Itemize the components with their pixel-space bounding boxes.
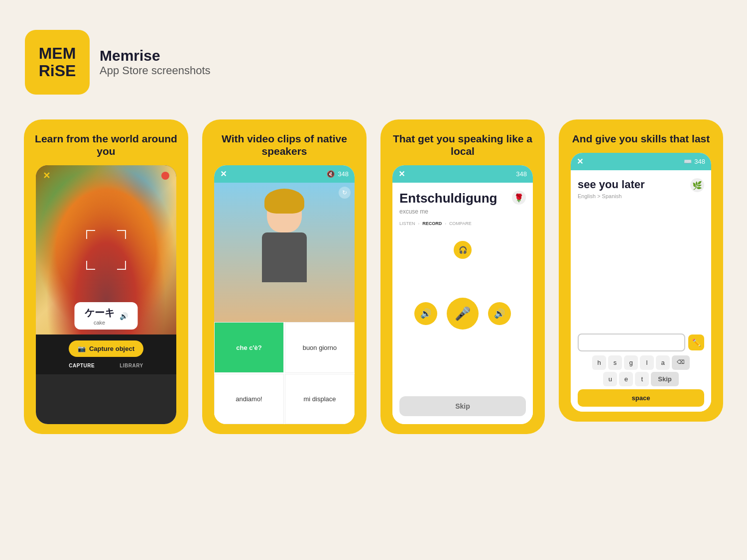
refresh-icon[interactable]: ↻	[339, 187, 351, 199]
card-speaking: That get you speaking like a local ✕ 348…	[380, 119, 545, 434]
speak-score: 348	[516, 170, 527, 178]
kb-backspace[interactable]: ⌫	[672, 355, 690, 370]
logo-text: MEM RiSE	[39, 45, 76, 80]
kb-phrase: see you later	[578, 178, 645, 191]
camera-top-bar: ✕	[36, 165, 176, 186]
kb-score-display: ⌨️ 348	[684, 158, 705, 165]
record-dot-icon	[161, 172, 169, 180]
phone-mockup-2: ✕ 🔇 348 ↻ che c'è?	[214, 165, 355, 424]
answer-grid: che c'è? buon giorno andiamo! mi displac…	[214, 322, 355, 424]
arrow-icon-1: ›	[418, 222, 420, 226]
speak-skip-button[interactable]: Skip	[399, 396, 526, 416]
kb-input-row: ✏️	[578, 334, 704, 351]
kb-key-l[interactable]: l	[640, 355, 654, 370]
speak-top-bar: ✕ 348	[392, 165, 533, 183]
kb-key-t[interactable]: t	[635, 372, 649, 386]
mute-icon[interactable]: 🔇	[327, 170, 335, 178]
crosshair-tl	[86, 230, 95, 239]
camera-crosshair	[86, 230, 126, 270]
speak-step-record[interactable]: RECORD	[422, 221, 442, 226]
phone-mockup-1: ✕ ケーキ cake	[36, 165, 176, 424]
person-body	[262, 232, 307, 282]
mic-right-bubble[interactable]: 🔊	[488, 302, 511, 325]
person-hair	[264, 189, 304, 214]
header-info: Memrise App Store screenshots	[100, 47, 211, 77]
mic-left-bubble[interactable]: 🔊	[414, 302, 437, 325]
kb-spacer	[578, 209, 704, 334]
card-learn: Learn from the world around you ✕	[24, 119, 188, 434]
camera-word-display: ケーキ cake	[85, 306, 115, 326]
card-skills-title: And give you skills that last	[572, 132, 710, 145]
capture-object-button[interactable]: 📷 Capture object	[69, 340, 143, 357]
nav-capture[interactable]: CAPTURE	[69, 363, 95, 368]
camera-english-text: cake	[85, 320, 115, 326]
speak-content: Entschuldigung excuse me 🌹 LISTEN › RECO…	[392, 183, 533, 424]
kb-direction: English > Spanish	[578, 193, 645, 199]
answer-option-3[interactable]: andiamo!	[214, 374, 284, 425]
crosshair-tr	[117, 230, 126, 239]
flower-badge: 🌹	[512, 191, 526, 205]
kb-top-bar: ✕ ⌨️ 348	[571, 153, 711, 170]
camera-japanese-text: ケーキ	[85, 307, 115, 318]
nav-library[interactable]: LIBRARY	[120, 363, 143, 368]
volume-icon[interactable]: 🔊	[120, 312, 128, 320]
kb-flower-badge: 🌿	[690, 178, 704, 192]
mic-main-button[interactable]: 🎤	[447, 298, 479, 330]
speak-steps: LISTEN › RECORD › COMPARE	[399, 221, 526, 226]
video-frame: ↻	[214, 183, 355, 322]
arrow-icon-2: ›	[445, 222, 446, 226]
video-screen: ✕ 🔇 348 ↻ che c'è?	[214, 165, 355, 424]
app-logo: MEM RiSE	[25, 30, 90, 95]
kb-text-input[interactable]	[578, 334, 685, 351]
phone-mockup-4: ✕ ⌨️ 348 see you later English > Spanish…	[571, 153, 711, 412]
kb-close-icon[interactable]: ✕	[577, 157, 583, 166]
person-silhouette	[245, 193, 324, 322]
screenshots-container: Learn from the world around you ✕	[20, 119, 727, 434]
video-top-bar: ✕ 🔇 348	[214, 165, 355, 183]
camera-nav: CAPTURE LIBRARY	[69, 363, 143, 368]
app-name: Memrise	[100, 47, 211, 64]
video-score-display: 🔇 348	[327, 170, 349, 178]
kb-key-s[interactable]: s	[608, 355, 622, 370]
kb-skip-key[interactable]: Skip	[651, 372, 678, 386]
crosshair-bl	[86, 261, 95, 270]
camera-bottom-bar: 📷 Capture object CAPTURE LIBRARY	[36, 335, 176, 374]
capture-label: Capture object	[89, 345, 134, 352]
crosshair-br	[117, 261, 126, 270]
speak-mic-area: 🎧 🔊 🎤 🔊	[399, 236, 526, 391]
kb-key-a[interactable]: a	[656, 355, 670, 370]
kb-key-e[interactable]: e	[619, 372, 633, 386]
card-learn-title: Learn from the world around you	[34, 132, 178, 157]
answer-option-4[interactable]: mi displace	[285, 374, 355, 425]
kb-key-u[interactable]: u	[603, 372, 617, 386]
video-close-icon[interactable]: ✕	[220, 169, 227, 179]
answer-option-1[interactable]: che c'è?	[214, 322, 284, 373]
camera-screen: ✕ ケーキ cake	[36, 165, 176, 424]
kb-row-1: h s g l a ⌫	[578, 355, 704, 370]
camera-icon: 📷	[78, 345, 86, 352]
speak-close-icon[interactable]: ✕	[398, 169, 405, 179]
speak-step-listen[interactable]: LISTEN	[399, 221, 415, 226]
kb-pencil-icon[interactable]: ✏️	[688, 335, 704, 350]
camera-close-icon[interactable]: ✕	[43, 170, 50, 181]
kb-score-value: 348	[694, 158, 705, 165]
speak-translation: excuse me	[399, 208, 497, 215]
answer-option-2[interactable]: buon giorno	[285, 322, 355, 373]
kb-row-2: u e t Skip	[578, 372, 704, 386]
score-value: 348	[338, 170, 349, 178]
phone-mockup-3: ✕ 348 Entschuldigung excuse me 🌹 LISTEN …	[392, 165, 533, 424]
mic-top-bubble: 🎧	[454, 241, 472, 259]
person-head	[267, 193, 302, 232]
app-header: MEM RiSE Memrise App Store screenshots	[25, 30, 727, 95]
card-skills: And give you skills that last ✕ ⌨️ 348 s…	[559, 119, 723, 422]
camera-label-box: ケーキ cake 🔊	[75, 302, 138, 330]
kb-key-g[interactable]: g	[624, 355, 638, 370]
card-speaking-title: That get you speaking like a local	[390, 132, 535, 157]
kb-content: see you later English > Spanish 🌿 ✏️ h s…	[571, 170, 711, 412]
camera-food-background: ケーキ cake 🔊	[36, 165, 176, 335]
kb-key-h[interactable]: h	[592, 355, 606, 370]
speak-step-compare[interactable]: COMPARE	[449, 221, 472, 226]
kb-space-key[interactable]: space	[578, 389, 704, 407]
keyboard-icon: ⌨️	[684, 158, 692, 165]
card-video: With video clips of native speakers ✕ 🔇 …	[202, 119, 367, 434]
